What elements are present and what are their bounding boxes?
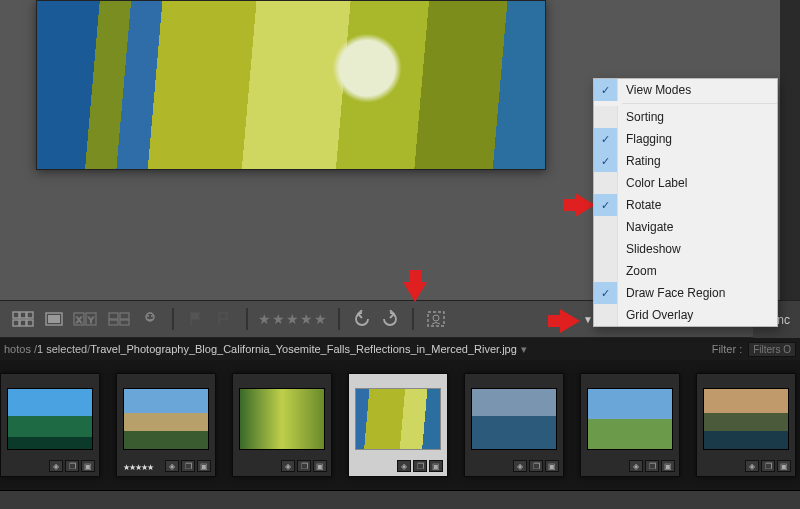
flag-pick-icon[interactable]: [184, 309, 208, 329]
thumb-badges: ◈❐▣: [49, 460, 95, 472]
copy-badge-icon[interactable]: ❐: [413, 460, 427, 472]
filmstrip-thumb[interactable]: ◈❐▣: [0, 373, 100, 477]
people-view-icon[interactable]: [138, 309, 162, 329]
check-icon: [594, 304, 618, 326]
check-icon: ✓: [594, 128, 618, 150]
ctx-item-label: Zoom: [618, 264, 657, 278]
stack-badge-icon[interactable]: ▣: [777, 460, 791, 472]
ctx-item-label: Navigate: [618, 220, 673, 234]
tag-badge-icon[interactable]: ◈: [629, 460, 643, 472]
tag-badge-icon[interactable]: ◈: [397, 460, 411, 472]
compare-view-icon[interactable]: XY: [70, 309, 100, 329]
ctx-item-draw-face-region[interactable]: ✓Draw Face Region: [594, 282, 777, 304]
thumb-badges: ◈❐▣: [165, 460, 211, 472]
thumb-image: [239, 388, 325, 450]
path-bar: hotos / 1 selected / Travel_Photography_…: [0, 338, 800, 360]
svg-rect-0: [13, 312, 19, 318]
svg-text:X: X: [76, 315, 82, 325]
svg-rect-13: [120, 313, 129, 319]
rotate-right-icon[interactable]: [378, 309, 402, 329]
filters-dropdown[interactable]: Filters O: [748, 342, 796, 357]
ctx-item-flagging[interactable]: ✓Flagging: [594, 128, 777, 150]
ctx-item-navigate[interactable]: Navigate: [594, 216, 777, 238]
svg-point-20: [433, 315, 439, 321]
check-icon: ✓: [594, 150, 618, 172]
loupe-view-icon[interactable]: [42, 309, 66, 329]
stack-badge-icon[interactable]: ▣: [545, 460, 559, 472]
ctx-item-color-label[interactable]: Color Label: [594, 172, 777, 194]
filmstrip[interactable]: ◈❐▣◈❐▣★★★★★◈❐▣◈❐▣◈❐▣◈❐▣◈❐▣: [0, 360, 800, 490]
ctx-item-view-modes[interactable]: ✓View Modes: [594, 79, 777, 101]
thumb-rating-stars: ★★★★★: [123, 463, 153, 472]
right-panel-strip: [780, 0, 800, 300]
filmstrip-thumb[interactable]: ◈❐▣: [696, 373, 796, 477]
ctx-item-label: Grid Overlay: [618, 308, 693, 322]
copy-badge-icon[interactable]: ❐: [529, 460, 543, 472]
svg-rect-4: [20, 320, 26, 326]
thumb-image: [7, 388, 93, 450]
stack-badge-icon[interactable]: ▣: [313, 460, 327, 472]
folder-fragment: hotos /: [4, 343, 37, 355]
svg-rect-2: [27, 312, 33, 318]
ctx-item-slideshow[interactable]: Slideshow: [594, 238, 777, 260]
svg-rect-3: [13, 320, 19, 326]
filmstrip-thumb[interactable]: ◈❐▣: [232, 373, 332, 477]
filmstrip-thumb[interactable]: ◈❐▣: [580, 373, 680, 477]
ctx-item-grid-overlay[interactable]: Grid Overlay: [594, 304, 777, 326]
thumb-image: [587, 388, 673, 450]
tag-badge-icon[interactable]: ◈: [165, 460, 179, 472]
tag-badge-icon[interactable]: ◈: [49, 460, 63, 472]
filmstrip-thumb[interactable]: ◈❐▣: [348, 373, 448, 477]
check-icon: [594, 260, 618, 282]
toolbar-separator: [338, 308, 340, 330]
grid-view-icon[interactable]: [8, 309, 38, 329]
ctx-item-label: Rotate: [618, 198, 661, 212]
ctx-item-rotate[interactable]: ✓Rotate: [594, 194, 777, 216]
bottom-border: [0, 490, 800, 509]
stack-badge-icon[interactable]: ▣: [429, 460, 443, 472]
rotate-left-icon[interactable]: [350, 309, 374, 329]
stack-badge-icon[interactable]: ▣: [661, 460, 675, 472]
current-filename[interactable]: Travel_Photography_Blog_California_Yosem…: [90, 343, 517, 355]
check-icon: ✓: [594, 194, 618, 216]
preview-photo[interactable]: [36, 0, 546, 170]
check-icon: [594, 238, 618, 260]
ctx-item-sorting[interactable]: Sorting: [594, 106, 777, 128]
thumb-badges: ◈❐▣: [513, 460, 559, 472]
svg-point-18: [151, 315, 153, 317]
tag-badge-icon[interactable]: ◈: [281, 460, 295, 472]
svg-rect-15: [120, 320, 129, 325]
stack-badge-icon[interactable]: ▣: [81, 460, 95, 472]
thumb-image: [355, 388, 441, 450]
annotation-arrow-rotate-menu: [575, 193, 595, 217]
ctx-item-rating[interactable]: ✓Rating: [594, 150, 777, 172]
ctx-item-label: View Modes: [618, 83, 691, 97]
stack-badge-icon[interactable]: ▣: [197, 460, 211, 472]
thumb-badges: ◈❐▣: [629, 460, 675, 472]
annotation-arrow-rotate-buttons: [403, 282, 427, 302]
annotation-arrow-overflow: [560, 309, 580, 333]
copy-badge-icon[interactable]: ❐: [65, 460, 79, 472]
copy-badge-icon[interactable]: ❐: [645, 460, 659, 472]
draw-face-region-icon[interactable]: [424, 309, 448, 329]
rating-stars[interactable]: ★★★★★: [258, 311, 328, 327]
copy-badge-icon[interactable]: ❐: [181, 460, 195, 472]
svg-rect-5: [27, 320, 33, 326]
copy-badge-icon[interactable]: ❐: [761, 460, 775, 472]
thumb-image: [123, 388, 209, 450]
tag-badge-icon[interactable]: ◈: [513, 460, 527, 472]
toolbar-separator: [172, 308, 174, 330]
filmstrip-thumb[interactable]: ◈❐▣: [464, 373, 564, 477]
tag-badge-icon[interactable]: ◈: [745, 460, 759, 472]
check-icon: [594, 216, 618, 238]
ctx-item-zoom[interactable]: Zoom: [594, 260, 777, 282]
filmstrip-thumb[interactable]: ◈❐▣★★★★★: [116, 373, 216, 477]
filename-dropdown-icon[interactable]: ▾: [521, 343, 527, 356]
flag-reject-icon[interactable]: [212, 309, 236, 329]
ctx-item-label: Sorting: [618, 110, 664, 124]
check-icon: [594, 106, 618, 128]
survey-view-icon[interactable]: [104, 309, 134, 329]
ctx-item-label: Slideshow: [618, 242, 681, 256]
svg-rect-12: [109, 313, 118, 319]
copy-badge-icon[interactable]: ❐: [297, 460, 311, 472]
